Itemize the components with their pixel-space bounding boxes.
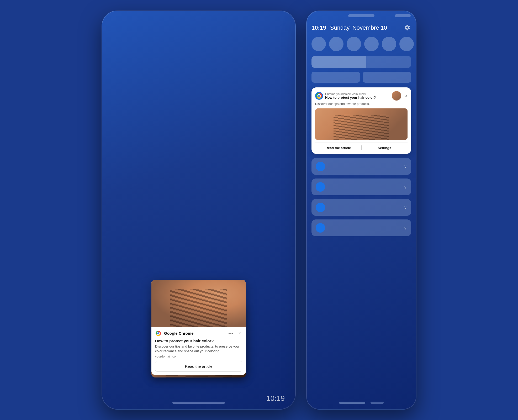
card-image [315,108,408,140]
collapsed-notification-1[interactable]: ∨ [311,158,411,175]
settings-action[interactable]: Settings [362,146,408,150]
top-pill-right [395,14,411,17]
app-icon-2[interactable] [329,37,343,51]
card-time: 10:19 [359,92,366,96]
card-description: Discover our tips and favorite products. [315,102,408,106]
notification-body: How to protect your hair color? Discover… [151,339,246,375]
collapse-button[interactable]: ∧ [405,94,408,98]
more-options-button[interactable] [229,333,233,334]
status-time: 10:19 [311,24,326,31]
right-phone: 10:19 Sunday, Novembre 10 [306,10,416,410]
notification-meta: Chrome yourdomain.com 10:19 How to prote… [325,92,376,99]
left-phone: Google Chrome × How to protect your hair… [102,10,296,410]
app-icon-3[interactable] [347,37,361,51]
phone-content: 10:19 Sunday, Novembre 10 [307,11,416,409]
status-date: Sunday, Novembre 10 [330,24,387,31]
app-icon-4[interactable] [364,37,379,51]
card-image-inner [315,108,408,140]
card-app-name: Chrome [325,92,335,96]
collapsed-notification-3[interactable]: ∨ [311,199,411,216]
card-title: How to protect your hair color? [325,96,376,99]
notification-avatar [392,91,401,101]
notification-actions: Read the article Settings [315,143,408,150]
chevron-down-icon-2: ∨ [404,185,407,190]
status-bar: 10:19 Sunday, Novembre 10 [311,24,411,32]
notification-app-info: Chrome yourdomain.com 10:19 [325,92,376,96]
read-article-action[interactable]: Read the article [315,146,361,150]
chevron-down-icon-1: ∨ [404,164,407,169]
notification-card-header: Chrome yourdomain.com 10:19 How to prote… [315,91,408,101]
quick-button-1[interactable] [311,72,360,83]
chrome-logo [156,331,161,336]
app-icons-row [311,37,411,51]
search-bar[interactable] [311,56,411,68]
read-article-button[interactable]: Read the article [155,361,242,372]
home-indicator-right [339,402,365,404]
chrome-icon-mobile [315,92,323,100]
notification-card: Chrome yourdomain.com 10:19 How to prote… [311,87,411,154]
quick-buttons-row [311,72,411,83]
home-indicator [172,402,225,404]
notification-title: How to protect your hair color? [155,339,242,343]
collapsed-dot-1 [316,162,325,171]
top-notch [348,14,374,17]
chevron-down-icon-4: ∨ [404,225,407,230]
chrome-icon [155,330,161,337]
settings-icon[interactable] [404,24,411,32]
notification-header: Google Chrome × [151,327,246,339]
bottom-navigation [339,402,384,404]
bottom-time: 10:19 [266,394,285,403]
chrome-logo-mobile [316,93,322,99]
bottom-pill-small [371,402,384,404]
close-button[interactable]: × [237,331,242,336]
status-bar-left: 10:19 Sunday, Novembre 10 [311,24,387,31]
chevron-down-icon-3: ∨ [404,205,407,210]
search-bar-fill [311,56,366,68]
notification-description: Discover our tips and favorite products,… [155,344,242,354]
desktop-notification: Google Chrome × How to protect your hair… [151,280,246,375]
notification-domain: yourdomain.com [155,355,242,358]
collapsed-notification-4[interactable]: ∨ [311,219,411,236]
hair-image [151,280,246,327]
collapsed-dot-2 [316,182,325,192]
app-icon-6[interactable] [399,37,414,51]
collapsed-dot-3 [316,203,325,212]
app-icon-5[interactable] [382,37,396,51]
app-name-label: Google Chrome [164,331,194,335]
collapsed-notification-2[interactable]: ∨ [311,178,411,195]
quick-button-2[interactable] [363,72,411,83]
app-icon-1[interactable] [311,37,326,51]
collapsed-dot-4 [316,223,325,233]
notification-image [151,280,246,327]
card-domain: yourdomain.com [336,92,358,96]
